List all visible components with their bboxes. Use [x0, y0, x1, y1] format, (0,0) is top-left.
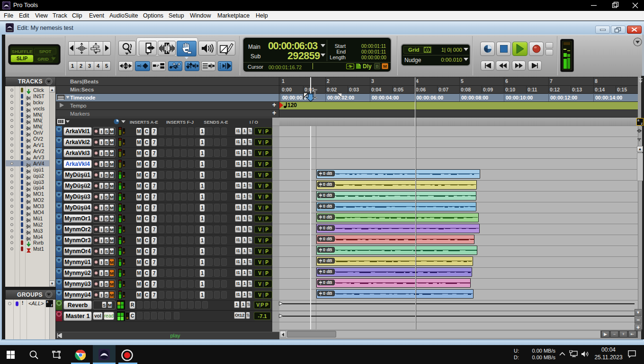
svg-text:11: 11: [426, 48, 429, 52]
